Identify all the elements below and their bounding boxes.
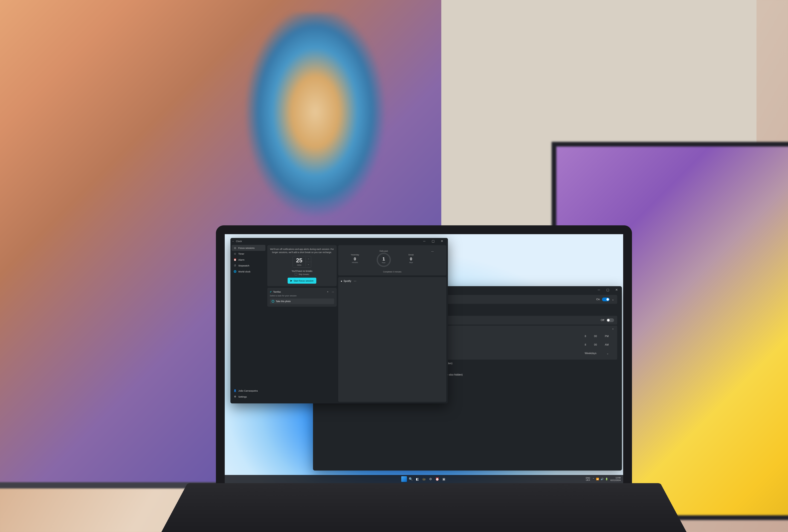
start-focus-button[interactable]: ▶ Start focus session [288,278,316,284]
chevron-up-icon[interactable]: ⌃ [612,328,614,331]
task-item[interactable]: Take this photo [270,298,334,304]
focus-description: We'll turn off notifications and app ale… [270,248,334,254]
tasks-subheading: Select a task for your session [270,295,334,297]
system-tray[interactable]: ENG UKX ⌃ 📶 🔊 🔋 12:58 02/12/2024 [586,476,623,481]
globe-icon: 🌐 [234,270,236,273]
person-icon: 👤 [234,389,236,392]
nav-label: Alarm [238,258,244,261]
row-trailing-text: On [596,298,600,301]
add-task-button[interactable]: ＋ [327,290,329,293]
spotify-card[interactable]: ● Spotify ⋯ [338,277,446,402]
nav-world-clock[interactable]: 🌐 World clock [232,269,265,275]
more-icon[interactable]: ⋯ [431,250,434,253]
minimize-button[interactable]: ─ [594,286,603,293]
skip-breaks-checkbox[interactable]: Skip breaks [270,273,334,275]
nav-label: World clock [238,270,251,273]
toggle-off[interactable] [607,318,614,322]
search-icon[interactable]: 🔍 [408,476,414,482]
chevron-down-icon: ⌄ [607,352,609,355]
wifi-icon[interactable]: 📶 [596,478,599,480]
turn-off-time[interactable]: 8 00 AM [583,342,611,348]
task-view-icon[interactable]: ◧ [414,476,420,482]
progress-ring: 1 hour [377,253,391,267]
nav-timer[interactable]: ⏲ Timer [232,251,265,257]
completed-text: Completed: 0 minutes [341,271,444,273]
spotify-heading: Spotify [343,280,351,282]
maximize-button[interactable]: ▢ [603,286,612,293]
nav-focus-sessions[interactable]: ◎ Focus sessions [232,245,265,251]
checkbox-unchecked[interactable] [295,273,297,275]
start-label: Start focus session [294,279,314,282]
laptop-keyboard [155,483,693,532]
language-indicator[interactable]: ENG UKX [586,477,590,481]
stat-streak: Streak 0 days [408,254,414,263]
clock-window[interactable]: ← Clock ─ ▢ ✕ ◎ Focus sessions ⏲ Timer [231,238,448,403]
chevron-up-icon[interactable]: ⌃ [592,478,594,480]
app-icon[interactable]: ▣ [441,476,447,482]
close-button[interactable]: ✕ [437,239,446,243]
off-label: Off [601,319,604,322]
task-circle-icon[interactable] [272,300,274,302]
focus-session-card: We'll turn off notifications and app ale… [267,245,337,286]
clock-main: We'll turn off notifications and app ale… [267,244,448,403]
taskbar: 🔍 ◧ 🗂 ⚙ ⏰ ▣ ENG UKX ⌃ 📶 🔊 🔋 [225,475,623,483]
toggle-on[interactable] [602,297,610,301]
timer-icon: ⏲ [234,253,236,255]
turn-on-time[interactable]: 8 00 PM [583,334,611,339]
task-label: Take this photo [276,300,291,302]
focus-minutes: 25 [293,256,306,264]
repeat-dropdown[interactable]: Weekdays ⌄ [583,351,611,356]
settings-taskbar-icon[interactable]: ⚙ [428,476,433,482]
stat-daily-goal[interactable]: Daily goal 1 hour [377,250,391,267]
battery-icon[interactable]: 🔋 [605,478,608,480]
breaks-info: You'll have no breaks [270,270,334,272]
volume-icon[interactable]: 🔊 [600,478,604,480]
start-button[interactable] [401,476,407,482]
clock-sidebar: ◎ Focus sessions ⏲ Timer ⏰ Alarm ⏱ Stopw… [231,244,267,403]
focus-duration-stepper[interactable]: 25 mins ⌃ ⌄ [293,256,311,268]
skip-label: Skip breaks [298,273,309,275]
nav-label: Settings [238,395,247,398]
user-account[interactable]: 👤 João Carrasqueira [232,388,265,394]
nav-stopwatch[interactable]: ⏱ Stopwatch [232,263,265,269]
explorer-icon[interactable]: 🗂 [421,476,427,482]
maximize-button[interactable]: ▢ [429,239,437,243]
taskbar-clock[interactable]: 12:58 02/12/2024 [610,476,620,481]
close-button[interactable]: ✕ [612,286,621,293]
spotify-icon: ● [341,280,342,282]
alarm-icon: ⏰ [234,258,236,261]
more-icon[interactable]: ⋯ [354,279,356,282]
nav-settings[interactable]: ⚙ Settings [232,394,265,400]
more-icon[interactable]: ⋯ [332,291,334,293]
nav-label: Timer [238,253,244,255]
clock-taskbar-icon[interactable]: ⏰ [434,476,440,482]
stopwatch-icon: ⏱ [234,264,236,267]
daily-progress-card: Yesterday 0 minutes Daily goal 1 hour [338,245,446,275]
gear-icon: ⚙ [234,395,236,398]
minimize-button[interactable]: ─ [420,239,429,243]
user-name: João Carrasqueira [238,389,258,392]
nav-label: Stopwatch [238,264,249,267]
laptop: ─ ▢ ✕ ✴ Accessibility 🛡 Privacy & securi… [216,225,632,532]
target-icon: ◎ [234,247,236,249]
increment-button[interactable]: ⌃ [306,257,311,262]
laptop-screen: ─ ▢ ✕ ✴ Accessibility 🛡 Privacy & securi… [225,234,623,483]
taskbar-pinned: 🔍 ◧ 🗂 ⚙ ⏰ ▣ [401,476,447,482]
tasks-card: ✔ Tarefas ＋ ⋯ Select a task for your ses… [267,288,337,307]
play-icon: ▶ [291,279,292,282]
stat-yesterday: Yesterday 0 minutes [351,254,359,263]
check-icon: ✔ [270,291,272,293]
chevron-down-icon: ⌄ [612,298,614,301]
tasks-heading: Tarefas [273,291,281,293]
app-title: Clock [236,240,242,242]
focus-unit: mins [293,264,306,268]
decrement-button[interactable]: ⌄ [306,262,311,267]
back-icon[interactable]: ← [232,240,234,242]
clock-titlebar: ← Clock ─ ▢ ✕ [231,238,448,244]
nav-label: Focus sessions [238,247,255,249]
nav-alarm[interactable]: ⏰ Alarm [232,257,265,263]
